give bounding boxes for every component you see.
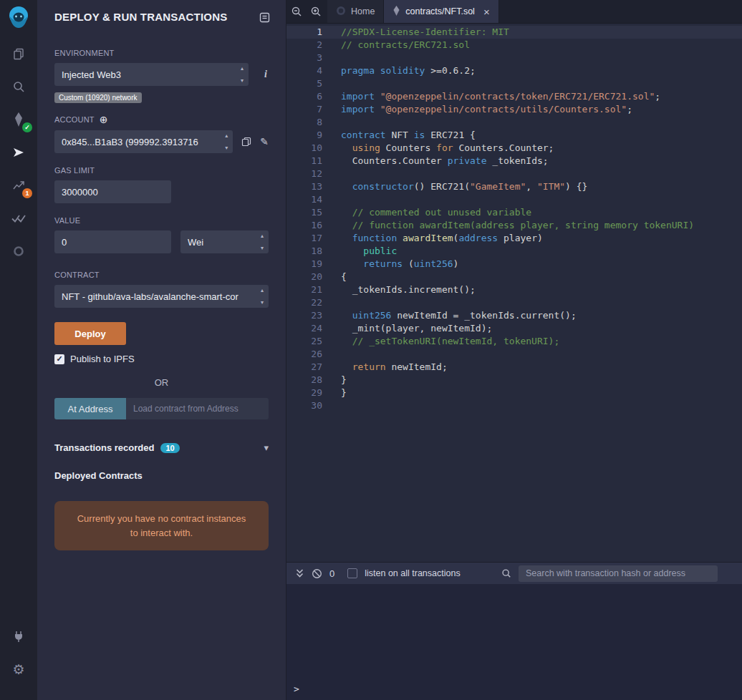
deployed-contracts-label: Deployed Contracts: [54, 470, 269, 481]
terminal-prompt: >: [294, 684, 299, 694]
editor-area: Home contracts/NFT.sol × 1//SPDX-License…: [286, 0, 742, 700]
code-line[interactable]: 20{: [286, 271, 742, 283]
settings-icon[interactable]: ⚙: [8, 658, 29, 680]
code-area: 1//SPDX-License-Identifier: MIT2// contr…: [286, 26, 742, 412]
tab-nft-sol[interactable]: contracts/NFT.sol ×: [384, 0, 498, 23]
at-address-button[interactable]: At Address: [54, 398, 126, 419]
terminal-toolbar: 0 listen on all transactions: [286, 562, 742, 584]
network-badge: Custom (10920) network: [54, 92, 142, 103]
no-instances-alert: Currently you have no contract instances…: [54, 501, 269, 550]
transactions-recorded-label: Transactions recorded: [54, 442, 154, 453]
terminal-search-icon: [501, 568, 511, 578]
code-line[interactable]: 1//SPDX-License-Identifier: MIT: [286, 26, 742, 39]
code-line[interactable]: 8: [286, 116, 742, 129]
remix-ide: ✓ 1: [0, 0, 742, 700]
clear-console-icon[interactable]: [312, 568, 322, 579]
contract-select[interactable]: NFT - github/ava-labs/avalanche-smart-co…: [54, 285, 269, 308]
info-icon[interactable]: i: [264, 69, 267, 80]
code-line[interactable]: 4pragma solidity >=0.6.2;: [286, 64, 742, 77]
code-line[interactable]: 15 // commented out unused variable: [286, 206, 742, 219]
search-icon[interactable]: [8, 76, 29, 97]
code-line[interactable]: 29}: [286, 387, 742, 399]
solidity-file-icon: [392, 6, 400, 18]
edit-icon[interactable]: ✎: [260, 137, 269, 147]
value-input[interactable]: [54, 230, 171, 253]
documentation-icon[interactable]: [259, 12, 270, 23]
code-line[interactable]: 19 returns (uint256): [286, 258, 742, 271]
code-line[interactable]: 27 return newItemId;: [286, 361, 742, 374]
expand-terminal-icon[interactable]: [295, 568, 304, 578]
code-line[interactable]: 17 function awardItem(address player): [286, 232, 742, 245]
zoom-out-icon[interactable]: [286, 0, 306, 23]
zoom-in-icon[interactable]: [306, 0, 325, 23]
code-line[interactable]: 14: [286, 193, 742, 206]
code-line[interactable]: 6import "@openzeppelin/contracts/token/E…: [286, 90, 742, 103]
code-line[interactable]: 21 _tokenIds.increment();: [286, 283, 742, 296]
code-line[interactable]: 5: [286, 77, 742, 90]
gas-limit-label: GAS LIMIT: [54, 166, 269, 175]
code-editor[interactable]: 1//SPDX-License-Identifier: MIT2// contr…: [286, 24, 742, 562]
panel-title: DEPLOY & RUN TRANSACTIONS: [54, 11, 227, 23]
publish-ipfs-checkbox[interactable]: [54, 354, 64, 364]
tab-bar: Home contracts/NFT.sol ×: [286, 0, 742, 24]
deploy-button[interactable]: Deploy: [54, 322, 126, 345]
chevron-down-icon[interactable]: ▾: [264, 442, 269, 453]
close-tab-icon[interactable]: ×: [483, 6, 490, 17]
file-explorer-icon[interactable]: [8, 43, 29, 64]
code-line[interactable]: 24 _mint(player, newItemId);: [286, 322, 742, 335]
code-line[interactable]: 7import "@openzeppelin/contracts/utils/C…: [286, 103, 742, 116]
code-line[interactable]: 18 public: [286, 245, 742, 258]
icon-sidebar: ✓ 1: [0, 0, 37, 700]
code-line[interactable]: 10 using Counters for Counters.Counter;: [286, 142, 742, 155]
transactions-count-badge: 10: [160, 443, 179, 453]
value-label: VALUE: [54, 216, 269, 225]
deploy-run-panel: DEPLOY & RUN TRANSACTIONS ENVIRONMENT In…: [37, 0, 286, 700]
publish-ipfs-label: Publish to IPFS: [70, 354, 135, 364]
unit-testing-icon[interactable]: [8, 208, 29, 229]
pending-tx-count: 0: [329, 568, 334, 579]
analysis-badge: 1: [22, 188, 32, 198]
gas-limit-input[interactable]: [54, 180, 171, 203]
remix-logo[interactable]: [6, 6, 31, 31]
home-icon: [336, 6, 346, 18]
or-label: OR: [54, 377, 269, 388]
solidity-compiler-icon[interactable]: ✓: [8, 109, 29, 130]
add-account-icon[interactable]: ⊕: [100, 115, 108, 125]
environment-value: Injected Web3: [62, 69, 121, 80]
code-line[interactable]: 26: [286, 348, 742, 361]
code-line[interactable]: 13 constructor() ERC721("GameItem", "ITM…: [286, 180, 742, 193]
plugin-manager-icon[interactable]: [8, 626, 29, 647]
listen-transactions-label: listen on all transactions: [365, 568, 460, 578]
terminal-search-input[interactable]: [519, 565, 718, 582]
transactions-recorded-row[interactable]: Transactions recorded 10 ▾: [54, 442, 269, 453]
terminal-output[interactable]: >: [286, 584, 742, 700]
value-unit-select[interactable]: Wei: [180, 230, 269, 253]
code-line[interactable]: 16 // function awardItem(address player,…: [286, 219, 742, 232]
code-line[interactable]: 30: [286, 399, 742, 412]
value-unit: Wei: [188, 237, 203, 248]
listen-transactions-checkbox[interactable]: [347, 568, 357, 578]
code-line[interactable]: 9contract NFT is ERC721 {: [286, 129, 742, 142]
contract-label: CONTRACT: [54, 271, 269, 279]
copy-icon[interactable]: [241, 137, 251, 147]
environment-select[interactable]: Injected Web3: [54, 63, 249, 86]
code-line[interactable]: 2// contracts/ERC721.sol: [286, 39, 742, 52]
code-line[interactable]: 12: [286, 167, 742, 180]
code-line[interactable]: 3: [286, 52, 742, 64]
debugger-icon[interactable]: [8, 240, 29, 262]
at-address-input[interactable]: [126, 398, 269, 419]
code-line[interactable]: 25 // _setTokenURI(newItemId, tokenURI);: [286, 335, 742, 348]
deploy-run-icon[interactable]: [8, 142, 29, 163]
environment-label: ENVIRONMENT: [54, 49, 269, 57]
tab-home[interactable]: Home: [327, 0, 384, 23]
code-line[interactable]: 28}: [286, 374, 742, 387]
code-line[interactable]: 23 uint256 newItemId = _tokenIds.current…: [286, 309, 742, 322]
code-line[interactable]: 11 Counters.Counter private _tokenIds;: [286, 155, 742, 167]
account-value: 0x845...B1aB3 (999992.3913716: [62, 137, 198, 147]
account-select[interactable]: 0x845...B1aB3 (999992.3913716: [54, 130, 233, 153]
tab-file-label: contracts/NFT.sol: [405, 6, 475, 16]
contract-value: NFT - github/ava-labs/avalanche-smart-co…: [62, 291, 238, 302]
tab-home-label: Home: [351, 6, 375, 16]
analysis-icon[interactable]: 1: [8, 175, 29, 196]
code-line[interactable]: 22: [286, 296, 742, 309]
